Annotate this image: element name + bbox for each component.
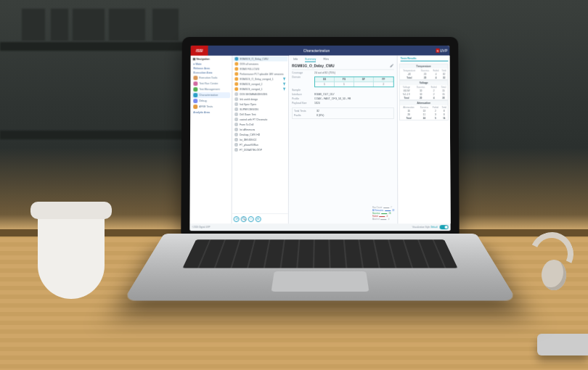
status-dot-icon [234, 77, 238, 81]
payload-label: Payload Size [292, 102, 312, 104]
sidebar-item-afse-tests[interactable]: AFSE Tests [192, 104, 230, 110]
list-item[interactable]: DDS SEGMEASDESIGN [233, 91, 287, 96]
nav-section-analytic[interactable]: Analytic Area [192, 110, 230, 114]
list-item-label: FT_phaseSSRun [240, 143, 258, 146]
list-item-label: SUPER DESIGN [240, 108, 258, 111]
nav-label: Execution Tools [199, 76, 217, 79]
brand-left: ISSI [191, 46, 208, 56]
phone [537, 334, 588, 355]
tab-files[interactable]: Files [323, 57, 329, 62]
nav-section-execution[interactable]: Execution Area [192, 70, 230, 74]
status-dot-icon [234, 133, 238, 136]
tab-summary[interactable]: Summary [305, 57, 316, 62]
table-total-row: Total20430 [400, 96, 448, 99]
sidebar-item-characterization[interactable]: Characterization [192, 92, 230, 98]
profile-value: COAX - FAST_CFG_50_50 - FB [314, 97, 394, 100]
list-item[interactable]: FT_DDSATTELOOP [233, 147, 287, 152]
status-dot-icon [234, 82, 238, 86]
nav-label: Debug [199, 99, 207, 102]
refresh-button[interactable]: ⟳ [234, 216, 240, 222]
tab-info[interactable]: Info [293, 57, 298, 62]
settings-button[interactable]: ⚙ [256, 216, 261, 222]
legend-row: Aborted4 [372, 218, 394, 221]
sidebar-item-test-run-center[interactable]: Test Run Center [192, 81, 230, 86]
domain-label: Domain [292, 75, 312, 87]
list-item-label: Drill Down Test [240, 113, 256, 116]
filter-icon[interactable] [282, 82, 286, 86]
list-item-label: RGMII1G_merged_1 [240, 88, 262, 91]
list-item[interactable]: RGMII1G_merged_1 [233, 86, 287, 91]
table-total-row: Total24516 [400, 116, 448, 120]
nav-label: Test Run Center [199, 82, 218, 85]
copyright: ©2019 Digital UVP [192, 226, 210, 229]
status-dot-icon [234, 128, 238, 131]
list-item[interactable]: RGMII1G_O_Delay_CWU [233, 57, 287, 62]
style-link[interactable]: Default [430, 226, 438, 229]
status-dot-icon [234, 118, 238, 121]
nav-icon [193, 93, 197, 97]
list-item[interactable]: FT_phaseSSRun [233, 142, 287, 147]
list-item[interactable]: RGMII1G_O_Delay_merged_1 [233, 76, 287, 81]
filter-icon[interactable] [282, 87, 286, 91]
results-tab[interactable]: Tests Results [401, 57, 449, 62]
list-item[interactable]: Int differences [233, 127, 287, 132]
status-dot-icon [234, 148, 238, 152]
interface-value: RGMII_OUT_DLY [314, 93, 394, 96]
session-list-pane: RGMII1G_O_Delay_CWUDDS all sessionsRGMII… [232, 56, 290, 223]
list-item-label: RGMII1G_O_Delay_CWU [240, 57, 268, 60]
titlebar: ISSI Characterization sUVP [191, 46, 450, 56]
list-item-label: RGMII1G_merged_2 [240, 83, 262, 86]
interface-label: Interface [292, 93, 312, 96]
style-toggle[interactable] [440, 225, 449, 229]
workspace: ▦ Navigation ▸ Main Release Area Executi… [189, 56, 450, 223]
list-item[interactable]: RGMII1G_merged_2 [233, 81, 287, 86]
list-item-label: Performance PLT qdouble 18V sessions [240, 73, 283, 75]
status-dot-icon [234, 92, 238, 96]
bg-book [73, 9, 105, 41]
edit-icon[interactable] [390, 64, 394, 68]
results-pane: Tests Results TemperatureTemperatureSucc… [398, 56, 451, 223]
details-pane: Info Summary Files RGMII1G_O_Delay_CWU C… [289, 56, 399, 223]
nav-section-release[interactable]: Release Area [192, 67, 230, 70]
table-total-row: Total20432 [400, 75, 448, 79]
sidebar-item-execution-tools[interactable]: Execution Tools [192, 75, 230, 81]
nav-label: AFSE Tests [199, 105, 213, 108]
list-item[interactable]: Desktop_CWV HD [233, 132, 287, 137]
total-tests-value: 32 [317, 110, 392, 112]
list-item-label: From To Drill [240, 123, 253, 126]
page-title: Characterization [208, 49, 425, 53]
status-dot-icon [234, 62, 238, 66]
list-item[interactable]: SUPER DESIGN [233, 107, 287, 112]
status-dot-icon [234, 87, 238, 91]
payload-value: 1024 [314, 102, 394, 104]
list-item[interactable]: Drill Down Test [233, 112, 287, 117]
search-button[interactable]: 🔍 [241, 216, 247, 222]
list-item[interactable]: Int_DESIGN 02 [233, 137, 287, 142]
nav-icon [193, 87, 197, 91]
run-legend: Run Count7All Sessions32Success24Failed4… [372, 206, 395, 221]
headphones [523, 232, 584, 290]
add-button[interactable]: ＋ [248, 216, 254, 222]
status-dot-icon [234, 72, 238, 75]
list-item[interactable]: Performance PLT qdouble 18V sessions [233, 71, 287, 76]
sidebar-item-debug[interactable]: Debug [192, 98, 230, 104]
laptop-keyboard [123, 234, 518, 300]
sidebar-item-test-management[interactable]: Test Management [192, 86, 230, 92]
sample-label: Sample [292, 89, 312, 91]
list-item[interactable]: hrd Spec Open [233, 102, 287, 107]
details-tabs: Info Summary Files [292, 57, 394, 62]
list-item[interactable]: xooind with FT Chromatic [233, 117, 287, 122]
list-item[interactable]: From To Drill [233, 122, 287, 127]
nav-icon [193, 75, 197, 80]
list-item[interactable]: DDS all sessions [233, 62, 287, 67]
nav-section-main[interactable]: ▸ Main [192, 62, 231, 66]
list-item-label: DDS SEGMEASDESIGN [240, 93, 267, 96]
profile-label: Profile [292, 97, 312, 100]
coverage-value: 24 out of 32 (75%) [314, 71, 394, 74]
list-item[interactable]: link world design [233, 96, 287, 102]
list-item[interactable]: RGMII FULLCWU [233, 67, 287, 72]
filter-icon[interactable] [282, 77, 286, 81]
status-bar: ©2019 Digital UVP Visualization Style De… [189, 223, 450, 231]
list-item-label: Int_DESIGN 02 [240, 138, 256, 141]
sample-value [314, 89, 394, 91]
